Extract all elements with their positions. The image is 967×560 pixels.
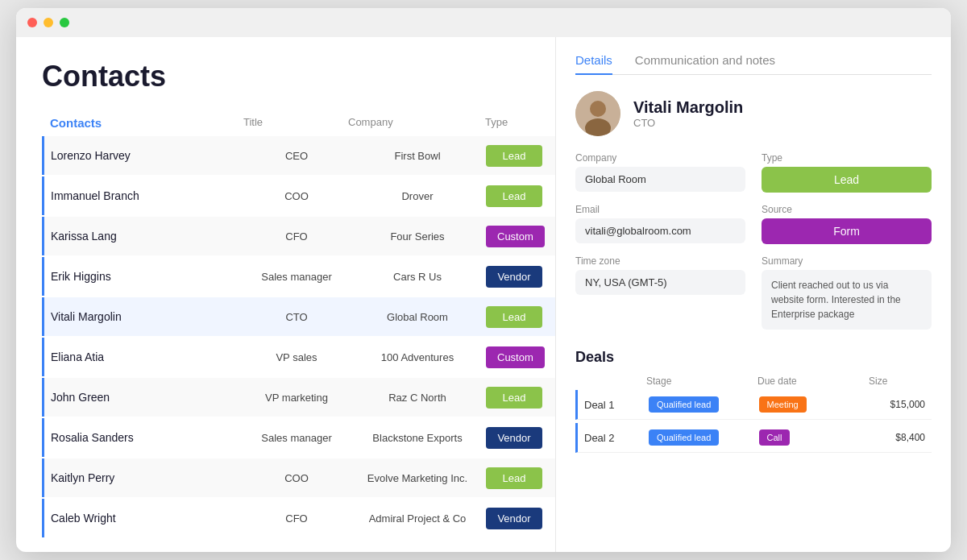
header-type: Type [485, 116, 556, 130]
deals-section: Deals Stage Due date Size Deal 1 Qualifi… [575, 349, 932, 453]
deal-stage-badge: Qualified lead [649, 396, 719, 413]
deal-row[interactable]: Deal 2 Qualified lead Call $8,400 [575, 423, 932, 453]
deals-title: Deals [575, 349, 932, 366]
contact-name: Kaitlyn Perry [51, 460, 244, 496]
contact-title: CFO [244, 230, 349, 243]
table-row[interactable]: Caleb Wright CFO Admiral Project & Co Ve… [42, 499, 555, 537]
contact-title: VP marketing [244, 392, 349, 404]
deal-row[interactable]: Deal 1 Qualified lead Meeting $15,000 [575, 390, 932, 420]
close-button[interactable] [27, 18, 37, 27]
header-title: Title [243, 116, 348, 130]
left-panel: Contacts Contacts Title Company Type Lor… [16, 37, 556, 552]
contact-type: Lead [486, 387, 556, 409]
table-row[interactable]: Erik Higgins Sales manager Cars R Us Ven… [42, 257, 555, 296]
contact-name: Karissa Lang [51, 218, 244, 254]
deal-size: $8,400 [869, 432, 925, 443]
table-row[interactable]: Eliana Atia VP sales 100 Adventures Cust… [42, 338, 555, 376]
company-label: Company [575, 152, 745, 164]
type-badge: Vendor [486, 427, 542, 449]
svg-point-1 [590, 101, 606, 117]
summary-value: Client reached out to us via website for… [762, 270, 932, 330]
contact-name: Lorenzo Harvey [51, 138, 244, 173]
contact-name: Immanuel Branch [51, 178, 244, 214]
contact-company: Blackstone Exports [349, 432, 486, 444]
email-value: vitali@globalroom.com [575, 218, 745, 243]
table-row[interactable]: John Green VP marketing Raz C North Lead [42, 378, 555, 417]
header-contacts: Contacts [50, 116, 243, 130]
contact-name: John Green [51, 380, 244, 415]
contact-header: Vitali Margolin CTO [575, 91, 932, 136]
right-panel: Details Communication and notes Vitali M… [556, 37, 951, 552]
table-row[interactable]: Immanuel Branch COO Drover Lead [42, 176, 555, 215]
contact-title: Sales manager [244, 271, 349, 283]
contact-title: VP sales [244, 351, 349, 363]
maximize-button[interactable] [60, 18, 69, 27]
type-badge: Lead [486, 306, 542, 328]
contact-name: Caleb Wright [51, 500, 244, 536]
contact-company: Four Series [349, 230, 486, 243]
deal-size: $15,000 [869, 399, 925, 410]
source-label: Source [762, 204, 932, 215]
company-value: Global Room [575, 167, 745, 192]
table-row[interactable]: Lorenzo Harvey CEO First Bowl Lead [42, 136, 555, 175]
contact-type: Vendor [486, 427, 556, 449]
email-label: Email [575, 204, 745, 215]
table-row[interactable]: Kaitlyn Perry COO Evolve Marketing Inc. … [42, 458, 555, 497]
contact-type: Custom [486, 346, 556, 368]
deal-due-date: Meeting [759, 396, 869, 413]
contact-name-block: Vitali Margolin CTO [633, 98, 743, 129]
table-row[interactable]: Vitali Margolin CTO Global Room Lead [42, 297, 555, 336]
contact-type: Vendor [486, 508, 556, 529]
avatar [575, 91, 620, 136]
field-timezone: Time zone NY, USA (GMT-5) [575, 255, 745, 330]
deals-header-stage: Stage [646, 375, 757, 387]
contact-company: 100 Adventures [349, 351, 486, 363]
tab-communication[interactable]: Communication and notes [635, 53, 775, 75]
table-row[interactable]: Karissa Lang CFO Four Series Custom [42, 217, 555, 255]
deals-header-due-date: Due date [757, 375, 869, 387]
field-email: Email vitali@globalroom.com [575, 204, 745, 244]
type-value: Lead [762, 167, 932, 193]
page-title: Contacts [42, 60, 555, 93]
contact-company: First Bowl [349, 150, 486, 162]
deals-header-name [582, 375, 646, 387]
contact-company: Evolve Marketing Inc. [349, 472, 486, 484]
contacts-table: Contacts Title Company Type Lorenzo Harv… [42, 116, 555, 537]
contact-type: Custom [486, 226, 556, 247]
header-company: Company [348, 116, 485, 130]
deal-stage: Qualified lead [649, 396, 759, 413]
contact-title: COO [244, 472, 349, 484]
tab-details[interactable]: Details [575, 53, 612, 75]
field-source: Source Form [762, 204, 932, 244]
table-body: Lorenzo Harvey CEO First Bowl Lead Imman… [42, 136, 555, 537]
contact-type: Lead [486, 467, 556, 489]
detail-grid: Company Global Room Type Lead Email vita… [575, 152, 932, 330]
contact-name: Eliana Atia [51, 339, 244, 375]
app-content: Contacts Contacts Title Company Type Lor… [16, 37, 951, 552]
table-row[interactable]: Rosalia Sanders Sales manager Blackstone… [42, 418, 555, 457]
contact-title: CFO [244, 512, 349, 525]
deals-body: Deal 1 Qualified lead Meeting $15,000 De… [575, 390, 932, 453]
detail-tabs: Details Communication and notes [575, 53, 932, 75]
contact-title: Sales manager [244, 432, 349, 444]
contact-full-name: Vitali Margolin [633, 98, 743, 117]
deal-name: Deal 1 [584, 399, 649, 411]
type-badge: Vendor [486, 266, 542, 288]
table-header: Contacts Title Company Type [42, 116, 555, 136]
contact-title: CTO [244, 311, 349, 323]
contact-type: Vendor [486, 266, 556, 288]
timezone-value: NY, USA (GMT-5) [575, 270, 745, 295]
contact-type: Lead [486, 306, 556, 328]
contact-type: Lead [486, 145, 556, 167]
field-type: Type Lead [762, 152, 932, 193]
contact-company: Raz C North [349, 392, 486, 404]
type-badge: Custom [486, 226, 545, 247]
contact-title: CEO [244, 150, 349, 162]
contact-title: COO [244, 190, 349, 202]
contact-company: Cars R Us [349, 271, 486, 283]
deal-due-date-badge: Meeting [759, 396, 807, 413]
minimize-button[interactable] [44, 18, 53, 27]
titlebar [16, 8, 951, 37]
type-badge: Lead [486, 185, 542, 207]
contact-name: Rosalia Sanders [51, 420, 244, 455]
